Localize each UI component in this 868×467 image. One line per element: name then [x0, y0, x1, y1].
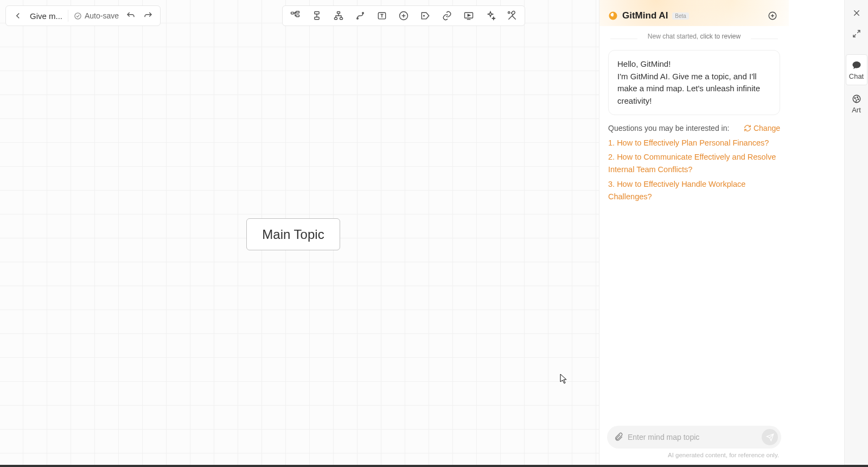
mindmap-canvas[interactable]: Main Topic	[0, 0, 599, 467]
main-topic-node[interactable]: Main Topic	[246, 218, 340, 250]
svg-point-0	[75, 12, 81, 18]
svg-rect-3	[296, 15, 299, 16]
divider	[68, 10, 68, 22]
svg-point-31	[858, 99, 859, 100]
layout-button[interactable]	[328, 7, 349, 25]
link-button[interactable]	[437, 7, 457, 25]
suggestion-item[interactable]: 2. How to Communicate Effectively and Re…	[608, 151, 780, 176]
brand-name: GitMind AI	[622, 10, 668, 21]
ai-sparkle-button[interactable]	[480, 7, 501, 25]
svg-rect-4	[315, 12, 319, 14]
change-label: Change	[754, 124, 780, 132]
chat-header: GitMind AI Beta	[599, 0, 789, 31]
add-button[interactable]	[393, 7, 414, 25]
svg-line-27	[853, 34, 856, 37]
svg-point-16	[424, 15, 425, 16]
add-sibling-button[interactable]	[307, 7, 327, 25]
chat-input-container	[607, 426, 781, 449]
ai-greeting-message: Hello, GitMind! I'm GitMind AI. Give me …	[608, 50, 780, 115]
review-link[interactable]: click to review	[700, 33, 741, 40]
new-chat-notice: New chat started, click to review	[599, 31, 789, 46]
greeting-text: Hello, GitMind! I'm GitMind AI. Give me …	[617, 59, 760, 105]
autosave-indicator: Auto-save	[71, 11, 122, 20]
svg-rect-9	[340, 17, 343, 19]
suggestion-item[interactable]: 1. How to Effectively Plan Personal Fina…	[608, 137, 780, 149]
svg-point-28	[853, 95, 860, 103]
chat-input[interactable]	[628, 433, 757, 441]
expand-panel-button[interactable]	[848, 25, 865, 42]
tag-button[interactable]	[415, 7, 436, 25]
art-tab-label: Art	[852, 106, 861, 114]
text-button[interactable]	[372, 7, 392, 25]
ai-disclaimer: AI generated content, for reference only…	[607, 449, 781, 464]
document-title[interactable]: Give m...	[30, 11, 62, 21]
svg-point-20	[508, 12, 510, 14]
ai-chat-panel: GitMind AI Beta New chat started, click …	[599, 0, 789, 467]
suggestions-header: Questions you may be interested in: Chan…	[599, 124, 789, 137]
add-subtopic-button[interactable]	[285, 7, 305, 25]
svg-marker-18	[468, 15, 470, 16]
relation-button[interactable]	[350, 7, 371, 25]
svg-rect-8	[335, 17, 337, 19]
main-topic-label: Main Topic	[262, 227, 324, 242]
review-prefix: New chat started,	[648, 33, 700, 40]
attach-icon[interactable]	[614, 432, 623, 442]
svg-rect-7	[337, 12, 340, 14]
canvas-toolbar	[282, 5, 525, 26]
gitmind-logo-icon	[608, 11, 618, 21]
autosave-label: Auto-save	[85, 11, 119, 20]
suggestion-item[interactable]: 3. How to Effectively Handle Workplace C…	[608, 178, 780, 203]
svg-point-29	[854, 98, 856, 99]
new-chat-button[interactable]	[765, 8, 780, 23]
taskbar-edge	[0, 465, 868, 467]
topbar-left: Give m... Auto-save	[5, 5, 161, 26]
tools-button[interactable]	[502, 7, 522, 25]
back-button[interactable]	[9, 7, 27, 24]
chat-input-area: AI generated content, for reference only…	[599, 419, 789, 467]
redo-button[interactable]	[139, 7, 157, 24]
svg-point-30	[857, 97, 858, 98]
cursor-icon	[560, 374, 567, 384]
present-button[interactable]	[458, 7, 479, 25]
undo-button[interactable]	[122, 7, 139, 24]
chat-tab[interactable]: Chat	[846, 54, 867, 85]
art-tab[interactable]: Art	[846, 89, 867, 118]
send-button[interactable]	[762, 429, 778, 445]
beta-badge: Beta	[672, 12, 689, 20]
suggestions-list: 1. How to Effectively Plan Personal Fina…	[599, 137, 789, 205]
right-tab-strip: Chat Art	[844, 0, 868, 467]
chat-tab-label: Chat	[849, 72, 864, 80]
suggestions-heading: Questions you may be interested in:	[608, 124, 729, 132]
svg-rect-2	[296, 11, 299, 13]
svg-rect-5	[315, 17, 319, 20]
svg-line-26	[857, 30, 860, 33]
change-suggestions-button[interactable]: Change	[744, 124, 780, 132]
svg-rect-1	[291, 12, 294, 14]
close-panel-button[interactable]	[848, 4, 865, 22]
